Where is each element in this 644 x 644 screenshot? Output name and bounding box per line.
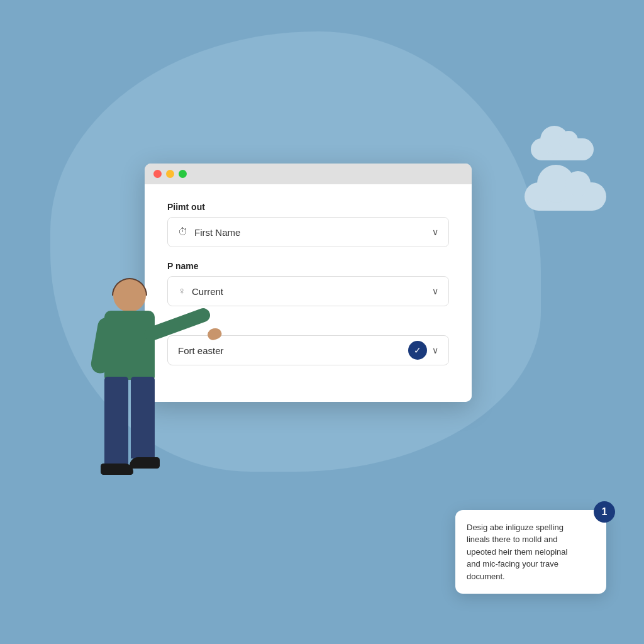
chevron-down-icon-second: ∨ <box>432 286 438 296</box>
person-figure <box>63 279 201 581</box>
field-group-last: Last Fort easter ✓ ∨ <box>167 320 449 365</box>
field-label-second: P name <box>167 261 449 271</box>
field-label-first: Piimt out <box>167 202 449 212</box>
chevron-down-icon-last: ∨ <box>432 345 438 355</box>
field-group-second: P name ♀ Current ∨ <box>167 261 449 306</box>
cloud-large <box>525 182 606 211</box>
field-select-second[interactable]: ♀ Current ∨ <box>167 276 449 306</box>
person-leg-right <box>131 377 155 458</box>
person-shoe-left <box>101 464 133 475</box>
maximize-dot[interactable] <box>179 170 187 178</box>
tooltip-box: 1 Desig abe inliguze spelling lineals th… <box>455 510 606 594</box>
minimize-dot[interactable] <box>166 170 174 178</box>
field-label-last: Last <box>167 320 449 330</box>
window-titlebar <box>145 164 472 184</box>
check-icon: ✓ <box>414 345 421 355</box>
check-badge: ✓ <box>408 341 427 360</box>
person-torso <box>104 311 155 380</box>
field-value-second: Current <box>192 286 432 297</box>
close-dot[interactable] <box>153 170 162 178</box>
field-value-first: First Name <box>194 227 432 238</box>
field-group-first: Piimt out ⏱ First Name ∨ <box>167 202 449 247</box>
chevron-down-icon-first: ∨ <box>432 227 438 237</box>
tooltip-badge: 1 <box>594 501 615 523</box>
tooltip-badge-number: 1 <box>602 504 608 519</box>
person-shoe-right <box>130 457 160 469</box>
tooltip-text: Desig abe inliguze spelling lineals ther… <box>467 521 576 583</box>
field-select-last[interactable]: Fort easter ✓ ∨ <box>167 335 449 365</box>
cloud-small <box>531 138 594 160</box>
clock-icon: ⏱ <box>178 226 188 238</box>
person-leg-left <box>104 377 128 465</box>
field-select-first[interactable]: ⏱ First Name ∨ <box>167 217 449 247</box>
field-value-last: Fort easter <box>178 345 408 356</box>
person-head <box>113 279 146 312</box>
